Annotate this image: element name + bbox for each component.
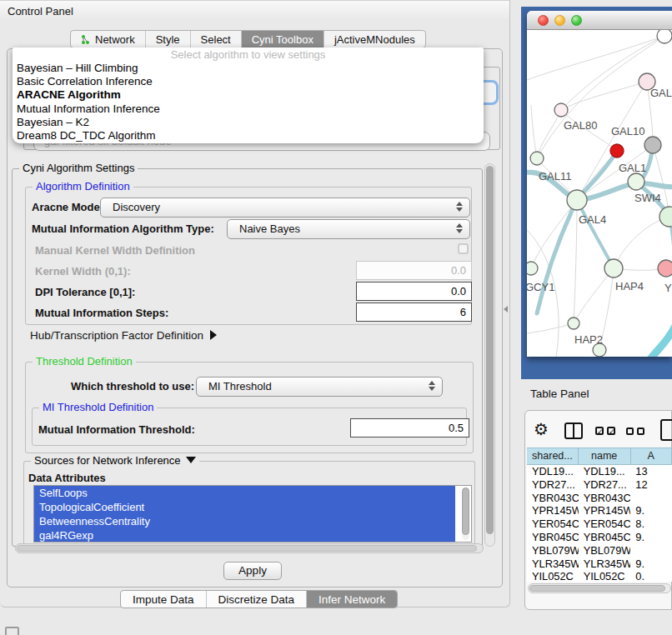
- table-row[interactable]: YIL052CYIL052C0.: [527, 570, 672, 582]
- table-cell: YLR345W: [579, 558, 631, 571]
- export-table-icon[interactable]: [660, 419, 672, 441]
- network-canvas[interactable]: GALGAL80GAL10GAL1GAL11SWI4GAL4GCY1HAP4YH…: [527, 30, 672, 357]
- table-row[interactable]: YBR043CYBR043C: [527, 492, 672, 505]
- node-gal1-red[interactable]: [610, 144, 624, 158]
- data-attribute-item[interactable]: BetweennessCentrality: [34, 514, 455, 528]
- node-swi4[interactable]: [628, 173, 644, 190]
- node-label-gcy1: GCY1: [527, 281, 554, 293]
- hub-transcription-factor-toggle[interactable]: Hub/Transcription Factor Definition: [30, 329, 217, 342]
- network-window-titlebar[interactable]: [527, 11, 672, 30]
- table-row[interactable]: YER054CYER054C8.: [527, 518, 672, 531]
- column-header[interactable]: shared...: [527, 448, 579, 464]
- table-panel-title: Table Panel: [530, 388, 589, 400]
- node-label-gal4: GAL4: [579, 213, 606, 226]
- data-attribute-item[interactable]: gal4RGexp: [34, 528, 455, 542]
- select-all-columns-icon[interactable]: ✓✓: [595, 427, 615, 435]
- tab-impute-data[interactable]: Impute Data: [121, 591, 206, 608]
- node-label-gal11: GAL11: [539, 170, 572, 182]
- manual-kernel-width-checkbox[interactable]: [458, 243, 469, 254]
- column-header[interactable]: A: [631, 448, 672, 464]
- table-cell: YIL052C: [579, 570, 631, 582]
- algorithm-option[interactable]: Bayesian – Hill Climbing: [13, 62, 484, 75]
- node-label-hap2: HAP2: [574, 333, 603, 346]
- settings-vertical-scrollbar[interactable]: [484, 163, 495, 547]
- algorithm-option[interactable]: ARACNE Algorithm: [13, 88, 484, 102]
- stepper-arrows-icon: [456, 223, 463, 233]
- which-threshold-combobox[interactable]: MI Threshold: [196, 377, 443, 397]
- mi-steps-field[interactable]: 6: [356, 302, 472, 322]
- table-cell: [630, 544, 672, 558]
- expanded-arrow-icon: [186, 457, 196, 463]
- table-row[interactable]: YPR145WYPR145W9.: [527, 504, 672, 518]
- algorithm-option[interactable]: Bayesian – K2: [13, 116, 484, 129]
- table-cell: YBL079W: [527, 544, 579, 558]
- algorithm-dropdown-popup: Select algorithm to view settings Bayesi…: [13, 48, 484, 143]
- network-icon: [81, 33, 91, 48]
- node-label-swi4: SWI4: [634, 192, 661, 204]
- node-right-pink[interactable]: [658, 260, 672, 277]
- data-attribute-item[interactable]: TopologicalCoefficient: [34, 500, 455, 514]
- node-top-white[interactable]: [657, 30, 672, 43]
- kernel-width-field[interactable]: 0.0: [356, 261, 472, 280]
- tab-select[interactable]: Select: [190, 31, 241, 48]
- table-horizontal-scrollbar[interactable]: [528, 583, 671, 593]
- deselect-all-columns-icon[interactable]: [626, 428, 644, 435]
- columns-icon[interactable]: [564, 422, 583, 439]
- node-hap2[interactable]: [568, 318, 579, 329]
- tab-infer-network[interactable]: Infer Network: [306, 591, 397, 608]
- apply-button[interactable]: Apply: [223, 562, 282, 580]
- kernel-width-label: Kernel Width (0,1):: [35, 265, 131, 278]
- node-gcy1[interactable]: [527, 262, 538, 275]
- algorithm-option[interactable]: Dream8 DC_TDC Algorithm: [13, 129, 484, 142]
- screen: Control Panel ✖ NetworkStyleSelectCyni T…: [0, 0, 672, 635]
- tab-discretize-data[interactable]: Discretize Data: [206, 591, 307, 608]
- tab-jactivemnodules[interactable]: jActiveMNodules: [323, 31, 425, 48]
- mac-zoom-icon[interactable]: [571, 15, 582, 26]
- table-cell: [630, 492, 672, 505]
- aracne-mode-label: Aracne Mode:: [32, 201, 103, 213]
- mac-minimize-icon[interactable]: [554, 15, 565, 26]
- data-attributes-label: Data Attributes: [28, 472, 106, 484]
- node-gal4[interactable]: [567, 190, 587, 210]
- table-cell: YDR27...: [527, 478, 579, 492]
- table-cell: 13: [630, 465, 672, 478]
- node-label-hap4: HAP4: [615, 280, 644, 292]
- table-header-row: shared...nameA: [527, 448, 672, 465]
- splitter-collapse-icon[interactable]: [504, 306, 508, 312]
- mi-algorithm-type-combobox[interactable]: Naive Bayes: [227, 219, 470, 239]
- data-attribute-item[interactable]: SelfLoops: [34, 486, 455, 500]
- node-gal11[interactable]: [530, 152, 544, 165]
- tab-style[interactable]: Style: [145, 31, 190, 48]
- table-row[interactable]: YBR045CYBR045C9.: [527, 531, 672, 544]
- manual-kernel-width-label: Manual Kernel Width Definition: [35, 244, 195, 257]
- algorithm-option[interactable]: Mutual Information Inference: [13, 102, 484, 116]
- mac-close-icon[interactable]: [538, 15, 549, 26]
- attributes-vertical-scrollbar[interactable]: [462, 488, 469, 540]
- sources-legend[interactable]: Sources for Network Inference: [31, 454, 199, 467]
- algorithm-option[interactable]: Basic Correlation Inference: [13, 75, 484, 88]
- minimized-panel-icon[interactable]: [5, 627, 19, 635]
- column-header[interactable]: name: [579, 448, 631, 464]
- table-cell: YBR045C: [579, 531, 631, 544]
- network-window[interactable]: GALGAL80GAL10GAL1GAL11SWI4GAL4GCY1HAP4YH…: [527, 11, 672, 357]
- node-gal80[interactable]: [554, 103, 568, 117]
- aracne-mode-combobox[interactable]: Discovery: [100, 198, 470, 218]
- tab-network[interactable]: Network: [71, 31, 145, 48]
- settings-horizontal-scrollbar[interactable]: [15, 543, 484, 553]
- table-row[interactable]: YDL19...YDL19...13: [527, 465, 672, 478]
- dpi-tolerance-field[interactable]: 0.0: [356, 282, 472, 301]
- node-right-green[interactable]: [659, 207, 672, 227]
- mi-steps-label: Mutual Information Steps:: [35, 307, 168, 319]
- mi-threshold-field[interactable]: 0.5: [350, 418, 469, 438]
- tab-cyni-toolbox[interactable]: Cyni Toolbox: [241, 31, 323, 48]
- node-label-gal10: GAL10: [611, 125, 644, 138]
- node-label-gal80: GAL80: [564, 119, 597, 132]
- table-row[interactable]: YDR27...YDR27...12: [527, 478, 672, 492]
- table-cell: YER054C: [527, 518, 579, 531]
- table-row[interactable]: YLR345WYLR345W9.: [527, 558, 672, 571]
- node-hap4[interactable]: [604, 259, 623, 278]
- node-gal10-gray[interactable]: [644, 137, 661, 153]
- gear-icon[interactable]: ⚙: [534, 419, 549, 439]
- table-cell: 0.: [630, 570, 672, 582]
- table-row[interactable]: YBL079WYBL079W: [527, 544, 672, 558]
